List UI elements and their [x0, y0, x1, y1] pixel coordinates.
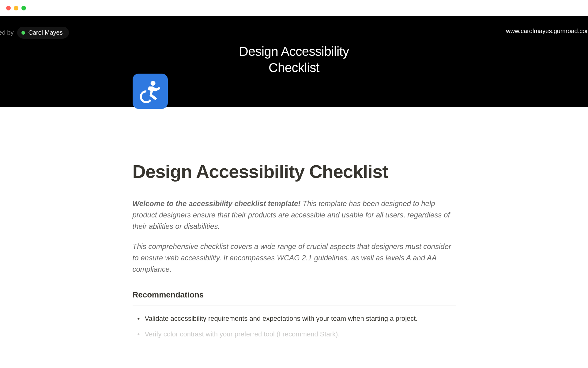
list-item: Validate accessibility requirements and … [135, 313, 456, 324]
intro-paragraph-1: Welcome to the accessibility checklist t… [133, 198, 456, 232]
hero-banner: ted by Carol Mayes Design Accessibility … [0, 16, 588, 107]
author-pill[interactable]: Carol Mayes [17, 27, 69, 39]
list-item: Verify color contrast with your preferre… [135, 329, 456, 339]
hero-url[interactable]: www.carolmayes.gumroad.com [506, 28, 588, 35]
hero-title-line1: Design Accessibility [239, 44, 349, 60]
maximize-window-button[interactable] [21, 6, 26, 10]
hero-title: Design Accessibility Checklist [239, 44, 349, 76]
macos-titlebar [0, 0, 588, 16]
divider-2 [133, 305, 456, 305]
minimize-window-button[interactable] [14, 6, 18, 10]
created-by-container: ted by Carol Mayes [0, 27, 69, 39]
divider [133, 190, 456, 190]
intro-paragraph-2: This comprehensive checklist covers a wi… [133, 241, 456, 275]
accessibility-icon[interactable] [133, 74, 168, 109]
content-wrapper: Design Accessibility Checklist Welcome t… [133, 107, 456, 340]
author-name: Carol Mayes [28, 29, 62, 36]
svg-point-0 [151, 81, 156, 86]
page-title: Design Accessibility Checklist [133, 161, 456, 182]
hero-title-line2: Checklist [239, 60, 349, 76]
created-by-label: ted by [0, 29, 13, 36]
recommendations-heading: Recommendations [133, 290, 456, 300]
recommendations-list: Validate accessibility requirements and … [133, 313, 456, 339]
intro-bold: Welcome to the accessibility checklist t… [133, 199, 301, 208]
author-status-dot [21, 31, 25, 35]
close-window-button[interactable] [6, 6, 11, 10]
